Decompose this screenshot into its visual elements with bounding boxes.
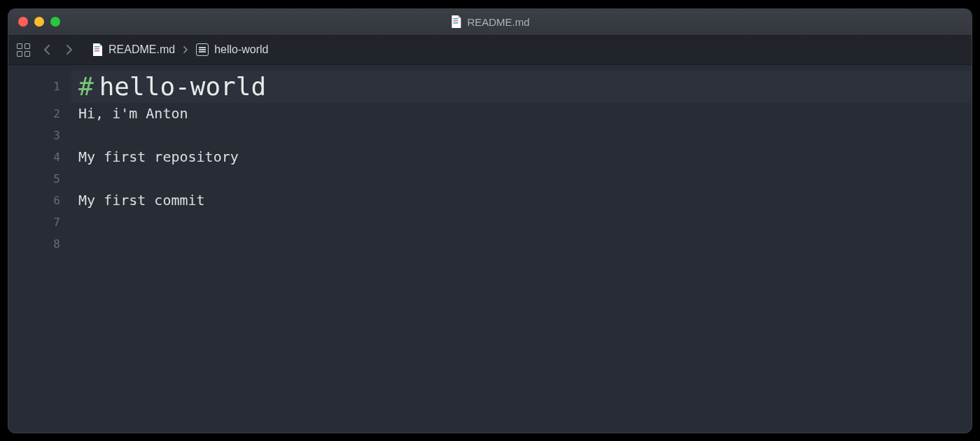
- panes-icon[interactable]: [15, 42, 31, 58]
- minimize-button[interactable]: [34, 17, 44, 27]
- breadcrumb-section-label: hello-world: [214, 43, 268, 56]
- close-button[interactable]: [18, 17, 28, 27]
- editor-window: README.md README.md: [8, 9, 972, 433]
- traffic-lights: [18, 17, 60, 27]
- svg-rect-0: [453, 18, 458, 20]
- line-number: 8: [8, 233, 60, 255]
- code-line[interactable]: [71, 211, 972, 233]
- file-icon: [92, 43, 103, 56]
- breadcrumb-file-label: README.md: [108, 43, 175, 56]
- code-content[interactable]: # hello-world Hi, i'm Anton My first rep…: [71, 65, 972, 433]
- code-line[interactable]: Hi, i'm Anton: [71, 103, 972, 125]
- code-line[interactable]: # hello-world: [71, 71, 972, 103]
- svg-rect-1: [453, 20, 458, 22]
- titlebar: README.md: [8, 9, 972, 36]
- line-number: 6: [8, 190, 60, 211]
- line-number: 7: [8, 211, 60, 233]
- toolbar: README.md hello-world: [8, 36, 972, 65]
- code-line[interactable]: [71, 125, 972, 146]
- maximize-button[interactable]: [50, 17, 60, 27]
- gutter: 1 2 3 4 5 6 7 8: [8, 65, 71, 433]
- svg-rect-3: [94, 46, 99, 48]
- file-icon: [450, 15, 461, 28]
- svg-rect-2: [453, 22, 458, 24]
- window-title-text: README.md: [467, 16, 529, 28]
- markdown-hash: #: [78, 76, 94, 97]
- editor-area[interactable]: 1 2 3 4 5 6 7 8 # hello-world Hi, i'm An…: [8, 65, 972, 433]
- line-number: 3: [8, 125, 60, 146]
- code-line[interactable]: My first commit: [71, 190, 972, 211]
- line-number: 1: [8, 71, 60, 103]
- nav-forward-icon[interactable]: [62, 43, 76, 57]
- code-line[interactable]: My first repository: [71, 146, 972, 168]
- heading-text: hello-world: [99, 76, 266, 97]
- line-number: 2: [8, 103, 60, 125]
- code-line[interactable]: [71, 168, 972, 190]
- line-number: 5: [8, 168, 60, 190]
- svg-rect-4: [94, 48, 99, 50]
- nav-back-icon[interactable]: [40, 43, 54, 57]
- chevron-right-icon: [181, 45, 190, 55]
- code-line[interactable]: [71, 233, 972, 255]
- breadcrumb-section[interactable]: hello-world: [196, 43, 268, 56]
- breadcrumb-file[interactable]: README.md: [92, 43, 175, 56]
- breadcrumb: README.md hello-world: [92, 43, 269, 56]
- window-title: README.md: [450, 15, 529, 28]
- line-number: 4: [8, 146, 60, 168]
- heading-icon: [196, 43, 209, 56]
- svg-rect-5: [94, 50, 99, 52]
